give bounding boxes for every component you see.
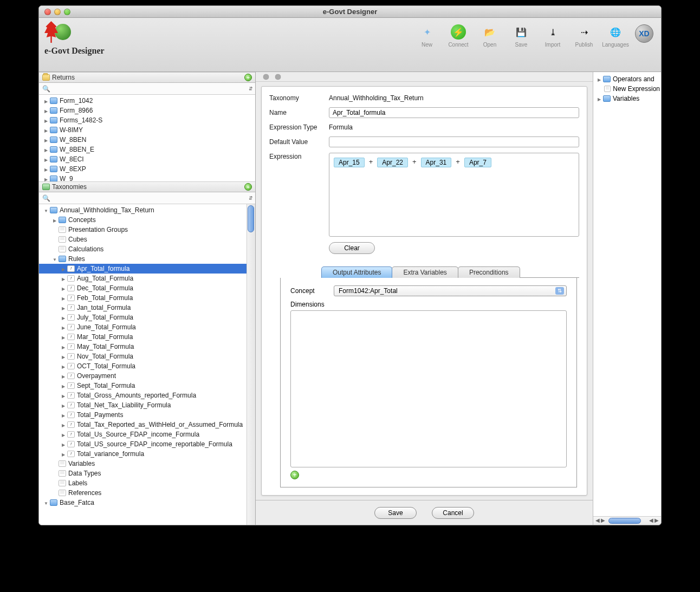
rule-item[interactable]: fMay_Total_Formula	[39, 342, 255, 352]
expression-token[interactable]: Apr_22	[377, 158, 408, 167]
operators-node[interactable]: Operators and	[594, 74, 660, 84]
clear-button[interactable]: Clear	[329, 242, 375, 254]
expand-icon[interactable]	[52, 217, 57, 223]
tree-item[interactable]: Presentation Groups	[39, 225, 255, 235]
rule-item[interactable]: fJan_total_Formula	[39, 303, 255, 313]
rule-item[interactable]: fApr_Total_formula	[39, 264, 255, 274]
expand-icon[interactable]	[52, 256, 57, 262]
returns-panel-header[interactable]: Returns +	[39, 72, 255, 83]
tree-item[interactable]: Cubes	[39, 235, 255, 244]
taxonomy-sibling[interactable]: Base_Fatca	[39, 498, 255, 508]
expression-token[interactable]: Apr_31	[421, 158, 452, 167]
expand-icon[interactable]	[61, 354, 66, 360]
add-dimension-button[interactable]: +	[290, 471, 299, 479]
expand-icon[interactable]	[61, 266, 66, 272]
languages-button[interactable]: 🌐Languages	[604, 24, 627, 48]
rules-folder[interactable]: Rules	[39, 254, 255, 264]
expand-icon[interactable]	[61, 324, 66, 330]
rule-item[interactable]: fTotal_Net_Tax_Liability_Formula	[39, 400, 255, 410]
scrollbar[interactable]	[247, 204, 255, 525]
rule-item[interactable]: fTotal_Us_Source_FDAP_income_Formula	[39, 430, 255, 439]
returns-item[interactable]: W_8EXP	[39, 164, 255, 174]
tree-item[interactable]: Data Types	[39, 469, 255, 478]
expand-icon[interactable]	[61, 412, 66, 418]
expand-icon[interactable]	[43, 500, 49, 506]
expand-icon[interactable]	[597, 76, 602, 82]
tab-dot[interactable]	[263, 74, 269, 80]
cancel-formula-button[interactable]: Cancel	[432, 507, 474, 519]
open-button[interactable]: 📂Open	[478, 24, 502, 48]
close-window-button[interactable]	[44, 9, 51, 15]
tree-item[interactable]: Calculations	[39, 244, 255, 254]
returns-item[interactable]: W-8IMY	[39, 125, 255, 135]
expand-icon[interactable]	[61, 451, 66, 457]
expand-icon[interactable]	[61, 441, 66, 447]
expand-icon[interactable]	[61, 285, 66, 291]
expand-icon[interactable]	[61, 344, 66, 350]
expand-icon[interactable]	[61, 402, 66, 408]
rule-item[interactable]: fJune_Total_Formula	[39, 322, 255, 332]
tab-extra-variables[interactable]: Extra Variables	[392, 266, 458, 278]
returns-item[interactable]: W_8ECI	[39, 154, 255, 164]
returns-item[interactable]: W_8BEN_E	[39, 145, 255, 154]
rule-item[interactable]: fMar_Total_Formula	[39, 332, 255, 342]
rule-item[interactable]: fTotal_Payments	[39, 410, 255, 420]
name-input[interactable]	[329, 107, 579, 118]
zoom-window-button[interactable]	[64, 9, 70, 15]
expand-icon[interactable]	[61, 276, 66, 282]
publish-button[interactable]: ⇢Publish	[572, 24, 596, 48]
tree-item[interactable]: References	[39, 488, 255, 498]
rule-item[interactable]: fNov_Total_Formula	[39, 352, 255, 361]
expand-icon[interactable]	[61, 305, 66, 311]
rule-item[interactable]: fSept_Total_Formula	[39, 381, 255, 391]
expand-icon[interactable]	[61, 315, 66, 321]
expand-icon[interactable]	[43, 118, 49, 123]
rule-item[interactable]: fAug_Total_Formula	[39, 274, 255, 283]
expand-icon[interactable]	[43, 108, 49, 114]
expand-icon[interactable]	[61, 334, 66, 340]
expand-icon[interactable]	[61, 393, 66, 399]
expand-icon[interactable]	[597, 96, 602, 102]
returns-item[interactable]: Form_1042	[39, 96, 255, 106]
horizontal-scrollbar[interactable]: ◀ ▶ ◀ ▶	[593, 516, 661, 525]
tab-preconditions[interactable]: Preconditions	[458, 266, 520, 278]
rule-item[interactable]: fDec_Total_Formula	[39, 283, 255, 293]
rule-item[interactable]: fTotal_US_source_FDAP_income_reportable_…	[39, 439, 255, 449]
taxonomies-panel-header[interactable]: Taxonomies +	[39, 181, 255, 192]
collapse-icon[interactable]: ⇵	[249, 196, 252, 201]
returns-item[interactable]: W_9	[39, 174, 255, 181]
rule-item[interactable]: fTotal_Gross_Amounts_reported_Formula	[39, 391, 255, 400]
tab-dot[interactable]	[275, 74, 281, 80]
expand-icon[interactable]	[43, 127, 49, 133]
add-return-button[interactable]: +	[244, 74, 252, 81]
tree-item[interactable]: Labels	[39, 478, 255, 488]
new-expression-item[interactable]: New Expression	[594, 84, 660, 94]
expression-token[interactable]: Apr_15	[334, 158, 365, 167]
returns-item[interactable]: W_8BEN	[39, 135, 255, 145]
expand-icon[interactable]	[43, 166, 49, 172]
expand-icon[interactable]	[43, 98, 49, 104]
rule-item[interactable]: fOverpayment	[39, 371, 255, 381]
expand-icon[interactable]	[43, 176, 49, 182]
save-formula-button[interactable]: Save	[374, 507, 417, 519]
rule-item[interactable]: fFeb_Total_Formula	[39, 293, 255, 303]
expand-icon[interactable]	[43, 137, 49, 143]
expand-icon[interactable]	[61, 422, 66, 428]
concept-select[interactable]: Form1042:Apr_Total	[334, 285, 567, 296]
expand-icon[interactable]	[61, 432, 66, 438]
new-button[interactable]: ✦New	[415, 24, 439, 48]
tree-item[interactable]: Concepts	[39, 215, 255, 225]
variables-node[interactable]: Variables	[594, 94, 660, 103]
expression-editor[interactable]: Apr_15+Apr_22+Apr_31+Apr_7	[329, 153, 579, 237]
dimensions-box[interactable]	[290, 310, 567, 467]
rule-item[interactable]: fOCT_Total_Formula	[39, 361, 255, 371]
save-button[interactable]: 💾Save	[509, 24, 533, 48]
connect-button[interactable]: ⚡Connect	[446, 24, 470, 48]
expand-icon[interactable]	[61, 295, 66, 301]
add-taxonomy-button[interactable]: +	[244, 183, 252, 191]
expand-icon[interactable]	[43, 157, 49, 162]
returns-item[interactable]: Form_8966	[39, 106, 255, 115]
rule-item[interactable]: fTotal_Tax_Reported_as_WithHeld_or_Assum…	[39, 420, 255, 430]
taxonomy-root[interactable]: Annual_Withholding_Tax_Return	[39, 205, 255, 215]
expand-icon[interactable]	[61, 383, 66, 389]
